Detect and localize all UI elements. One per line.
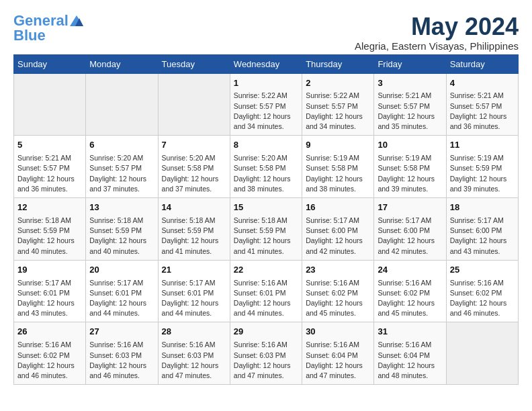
day-info-line: Sunrise: 5:17 AM	[450, 216, 515, 226]
day-number: 30	[306, 326, 370, 338]
day-info-line: Sunrise: 5:17 AM	[162, 278, 226, 288]
day-info-line: Daylight: 12 hours	[378, 111, 442, 122]
calendar-cell: 12Sunrise: 5:18 AMSunset: 5:59 PMDayligh…	[14, 198, 86, 261]
day-info-line: Sunset: 6:02 PM	[17, 351, 82, 361]
day-info-line: Sunset: 5:59 PM	[234, 226, 298, 236]
day-info-line: Daylight: 12 hours	[89, 174, 154, 184]
day-info-line: Sunrise: 5:18 AM	[162, 216, 226, 226]
day-info-line: Sunset: 5:58 PM	[162, 163, 226, 173]
weekday-header-sunday: Sunday	[14, 54, 86, 73]
day-info-line: Daylight: 12 hours	[378, 174, 442, 184]
calendar-cell: 23Sunrise: 5:16 AMSunset: 6:02 PMDayligh…	[302, 260, 374, 322]
day-info-line: Sunrise: 5:21 AM	[450, 91, 515, 101]
day-info-line: Sunrise: 5:20 AM	[234, 153, 298, 163]
day-info-line: and 44 minutes.	[234, 308, 298, 318]
day-info-line: Sunset: 6:02 PM	[306, 288, 370, 298]
day-info-line: Sunset: 6:02 PM	[378, 288, 442, 298]
day-number: 23	[306, 264, 370, 277]
day-info-line: and 47 minutes.	[306, 371, 370, 381]
day-info-line: and 42 minutes.	[378, 246, 442, 257]
month-title: May 2024	[355, 13, 519, 40]
day-info-line: and 46 minutes.	[450, 308, 515, 318]
weekday-header-monday: Monday	[86, 54, 158, 73]
calendar-cell: 27Sunrise: 5:16 AMSunset: 6:03 PMDayligh…	[86, 322, 158, 385]
day-info-line: and 41 minutes.	[162, 246, 226, 257]
day-info-line: Daylight: 12 hours	[450, 236, 515, 246]
day-info-line: Sunset: 5:59 PM	[162, 226, 226, 236]
calendar-cell: 26Sunrise: 5:16 AMSunset: 6:02 PMDayligh…	[14, 322, 86, 385]
day-info-line: and 37 minutes.	[89, 184, 154, 194]
day-info-line: Daylight: 12 hours	[17, 174, 82, 184]
calendar-cell: 28Sunrise: 5:16 AMSunset: 6:03 PMDayligh…	[158, 322, 230, 385]
day-info-line: Sunset: 5:58 PM	[234, 163, 298, 173]
day-info-line: Sunset: 6:03 PM	[234, 351, 298, 361]
weekday-header-wednesday: Wednesday	[230, 54, 302, 73]
logo-text: General	[13, 13, 69, 28]
calendar-cell: 15Sunrise: 5:18 AMSunset: 5:59 PMDayligh…	[230, 198, 302, 261]
day-info-line: and 35 minutes.	[378, 122, 442, 132]
calendar-cell: 2Sunrise: 5:22 AMSunset: 5:57 PMDaylight…	[302, 73, 374, 136]
day-info-line: and 34 minutes.	[234, 122, 298, 132]
calendar-cell: 22Sunrise: 5:16 AMSunset: 6:01 PMDayligh…	[230, 260, 302, 322]
day-number: 31	[378, 326, 442, 338]
day-info-line: Sunset: 5:57 PM	[450, 101, 515, 111]
day-number: 14	[162, 201, 226, 214]
calendar-cell: 31Sunrise: 5:16 AMSunset: 6:04 PMDayligh…	[374, 322, 446, 385]
day-info-line: Sunrise: 5:21 AM	[17, 153, 82, 163]
day-info-line: Daylight: 12 hours	[450, 174, 515, 184]
day-info-line: Sunrise: 5:20 AM	[89, 153, 154, 163]
day-info-line: and 37 minutes.	[162, 184, 226, 194]
day-info-line: Sunset: 5:57 PM	[234, 101, 298, 111]
weekday-header-thursday: Thursday	[302, 54, 374, 73]
title-block: May 2024 Alegria, Eastern Visayas, Phili…	[355, 13, 519, 52]
day-info-line: Sunset: 5:59 PM	[450, 163, 515, 173]
weekday-header-friday: Friday	[374, 54, 446, 73]
day-info-line: Sunset: 5:57 PM	[89, 163, 154, 173]
calendar-week-row: 19Sunrise: 5:17 AMSunset: 6:01 PMDayligh…	[14, 260, 519, 322]
calendar-week-row: 26Sunrise: 5:16 AMSunset: 6:02 PMDayligh…	[14, 322, 519, 385]
day-number: 17	[378, 201, 442, 214]
day-info-line: and 48 minutes.	[378, 371, 442, 381]
day-info-line: Sunrise: 5:19 AM	[450, 153, 515, 163]
day-info-line: Daylight: 12 hours	[234, 361, 298, 371]
day-info-line: Sunrise: 5:16 AM	[234, 278, 298, 288]
day-info-line: and 47 minutes.	[234, 371, 298, 381]
weekday-header-tuesday: Tuesday	[158, 54, 230, 73]
day-info-line: Daylight: 12 hours	[306, 174, 370, 184]
calendar-cell: 30Sunrise: 5:16 AMSunset: 6:04 PMDayligh…	[302, 322, 374, 385]
day-info-line: Sunset: 6:01 PM	[162, 288, 226, 298]
calendar-cell: 21Sunrise: 5:17 AMSunset: 6:01 PMDayligh…	[158, 260, 230, 322]
day-info-line: and 45 minutes.	[378, 308, 442, 318]
day-info-line: Sunset: 5:57 PM	[17, 163, 82, 173]
calendar-body: 1Sunrise: 5:22 AMSunset: 5:57 PMDaylight…	[14, 73, 519, 385]
calendar-cell: 17Sunrise: 5:17 AMSunset: 6:00 PMDayligh…	[374, 198, 446, 261]
day-info-line: Sunrise: 5:16 AM	[89, 340, 154, 350]
day-info-line: Daylight: 12 hours	[378, 298, 442, 308]
day-info-line: Sunrise: 5:17 AM	[89, 278, 154, 288]
weekday-header-row: SundayMondayTuesdayWednesdayThursdayFrid…	[14, 54, 519, 73]
day-number: 19	[17, 264, 82, 277]
day-info-line: Sunset: 5:59 PM	[89, 226, 154, 236]
day-info-line: Sunset: 5:59 PM	[17, 226, 82, 236]
day-number: 12	[17, 201, 82, 214]
day-info-line: and 47 minutes.	[162, 371, 226, 381]
logo: General Blue	[13, 13, 83, 43]
day-number: 20	[89, 264, 154, 277]
day-number: 25	[450, 264, 515, 277]
day-info-line: Sunrise: 5:21 AM	[378, 91, 442, 101]
day-info-line: and 40 minutes.	[89, 246, 154, 257]
day-info-line: and 45 minutes.	[306, 308, 370, 318]
day-info-line: Daylight: 12 hours	[234, 174, 298, 184]
day-info-line: Daylight: 12 hours	[162, 236, 226, 246]
calendar-cell: 9Sunrise: 5:19 AMSunset: 5:58 PMDaylight…	[302, 136, 374, 198]
calendar-week-row: 5Sunrise: 5:21 AMSunset: 5:57 PMDaylight…	[14, 136, 519, 198]
day-number: 10	[378, 139, 442, 152]
calendar-week-row: 1Sunrise: 5:22 AMSunset: 5:57 PMDaylight…	[14, 73, 519, 136]
day-info-line: Daylight: 12 hours	[162, 361, 226, 371]
day-number: 1	[234, 77, 298, 90]
day-info-line: Daylight: 12 hours	[162, 174, 226, 184]
day-info-line: Daylight: 12 hours	[306, 361, 370, 371]
day-info-line: Sunrise: 5:16 AM	[234, 340, 298, 350]
calendar-cell: 7Sunrise: 5:20 AMSunset: 5:58 PMDaylight…	[158, 136, 230, 198]
day-info-line: and 41 minutes.	[234, 246, 298, 257]
